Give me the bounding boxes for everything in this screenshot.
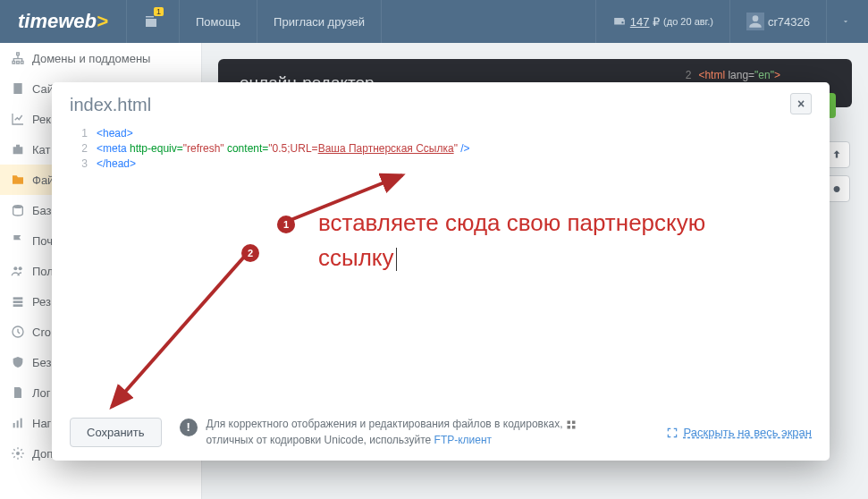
fullscreen-icon [666, 427, 678, 439]
svg-point-0 [13, 205, 23, 208]
avatar-icon [746, 13, 764, 30]
encoding-icon [566, 419, 577, 430]
stack-icon [11, 294, 25, 309]
code-editor[interactable]: 1<head> 2<meta http-equiv="refresh" cont… [52, 123, 830, 171]
bars-icon [11, 416, 25, 430]
modal-header: index.html × [52, 82, 830, 123]
fullscreen-link[interactable]: Раскрыть на весь экран [666, 426, 812, 439]
svg-rect-3 [13, 297, 23, 300]
balance-note: (до 20 авг.) [663, 16, 713, 27]
user-menu[interactable]: cr74326 [730, 0, 826, 43]
sitemap-icon [11, 51, 25, 65]
svg-rect-7 [13, 423, 15, 427]
users-icon [11, 264, 25, 278]
nav-help[interactable]: Помощь [180, 0, 257, 43]
wallet-icon [612, 15, 627, 28]
svg-rect-4 [13, 300, 23, 303]
svg-rect-11 [567, 421, 570, 425]
page-icon [11, 81, 25, 96]
annotation-marker-1: 1 [277, 216, 295, 233]
svg-line-15 [291, 175, 402, 220]
annotation-arrow-1 [286, 168, 420, 231]
save-button[interactable]: Сохранить [70, 418, 162, 447]
nav-inbox[interactable]: 1 [127, 0, 179, 43]
svg-point-1 [13, 266, 17, 270]
chart-icon [11, 112, 25, 126]
nav-invite[interactable]: Пригласи друзей [257, 0, 381, 43]
chevron-down-icon [841, 17, 850, 26]
info-icon: ! [180, 419, 198, 436]
svg-rect-14 [572, 426, 576, 429]
ftp-client-link[interactable]: FTP-клиент [434, 434, 493, 446]
flag-icon [11, 233, 25, 248]
close-icon: × [797, 97, 805, 111]
close-button[interactable]: × [790, 93, 812, 114]
clock-icon [11, 325, 25, 339]
briefcase-icon [11, 142, 25, 156]
svg-rect-8 [17, 420, 19, 427]
database-icon [11, 203, 25, 217]
arrow-up-icon [830, 148, 843, 161]
modal-title: index.html [70, 95, 151, 115]
balance-widget[interactable]: 147 ₽ (до 20 авг.) [596, 0, 729, 43]
top-header: timeweb> 1 Помощь Пригласи друзей 147 ₽ … [0, 0, 868, 43]
svg-rect-5 [13, 304, 23, 307]
annotation-arrow-2 [98, 250, 259, 420]
document-icon [11, 385, 25, 400]
username: cr74326 [768, 15, 810, 29]
encoding-info: ! Для корректного отображения и редактир… [180, 417, 577, 448]
shield-icon [11, 355, 25, 369]
svg-rect-12 [572, 421, 576, 425]
svg-rect-13 [567, 426, 570, 429]
annotation-marker-2: 2 [241, 244, 259, 262]
gear-icon [11, 446, 25, 461]
dropdown-toggle[interactable] [827, 0, 868, 43]
notification-badge: 1 [154, 7, 164, 16]
folder-icon [11, 173, 25, 187]
svg-rect-9 [21, 419, 22, 428]
balance-amount: 147 [630, 15, 650, 29]
svg-line-16 [112, 255, 246, 407]
sidebar-item-domains[interactable]: Домены и поддомены [0, 43, 201, 73]
svg-point-10 [16, 452, 20, 455]
logo: timeweb> [0, 10, 126, 33]
svg-point-2 [19, 266, 22, 270]
